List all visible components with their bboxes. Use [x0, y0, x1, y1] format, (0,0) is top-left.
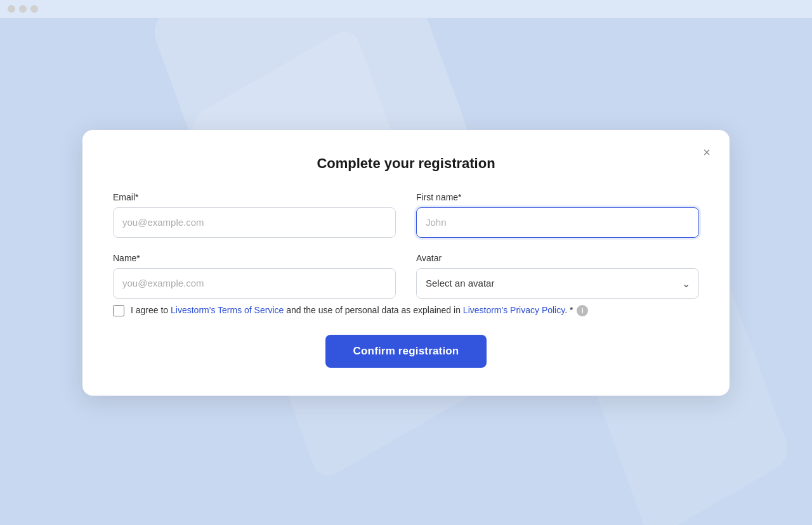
email-label: Email* — [113, 192, 396, 202]
form-grid: Email* First name* Name* Avatar Select a… — [113, 192, 699, 299]
avatar-select-wrapper: Select an avatar Avatar 1 Avatar 2 Avata… — [416, 268, 699, 299]
titlebar-dot-2 — [19, 5, 27, 13]
registration-modal: × Complete your registration Email* Firs… — [82, 130, 730, 396]
first-name-input[interactable] — [416, 207, 699, 238]
close-icon: × — [703, 145, 710, 160]
terms-prefix: I agree to — [131, 305, 171, 315]
email-input[interactable] — [113, 207, 396, 238]
name-group: Name* — [113, 253, 396, 299]
confirm-registration-button[interactable]: Confirm registration — [325, 335, 487, 368]
titlebar-dot-1 — [8, 5, 15, 13]
avatar-group: Avatar Select an avatar Avatar 1 Avatar … — [416, 253, 699, 299]
terms-suffix: . * — [565, 305, 573, 315]
modal-overlay: × Complete your registration Email* Firs… — [82, 130, 730, 396]
terms-checkbox[interactable] — [113, 305, 124, 316]
tos-link[interactable]: Livestorm's Terms of Service — [171, 305, 284, 315]
modal-title: Complete your registration — [113, 155, 699, 172]
privacy-link[interactable]: Livestorm's Privacy Policy — [463, 305, 565, 315]
avatar-select[interactable]: Select an avatar Avatar 1 Avatar 2 Avata… — [416, 268, 699, 299]
first-name-group: First name* — [416, 192, 699, 238]
name-label: Name* — [113, 253, 396, 263]
terms-text: I agree to Livestorm's Terms of Service … — [131, 304, 588, 317]
info-icon[interactable]: i — [577, 305, 588, 316]
first-name-label: First name* — [416, 192, 699, 202]
titlebar-dot-3 — [30, 5, 38, 13]
email-group: Email* — [113, 192, 396, 238]
titlebar — [0, 0, 812, 18]
terms-row: I agree to Livestorm's Terms of Service … — [113, 304, 699, 317]
close-button[interactable]: × — [697, 143, 717, 163]
name-input[interactable] — [113, 268, 396, 299]
terms-middle: and the use of personal data as explaine… — [284, 305, 463, 315]
avatar-label: Avatar — [416, 253, 699, 263]
